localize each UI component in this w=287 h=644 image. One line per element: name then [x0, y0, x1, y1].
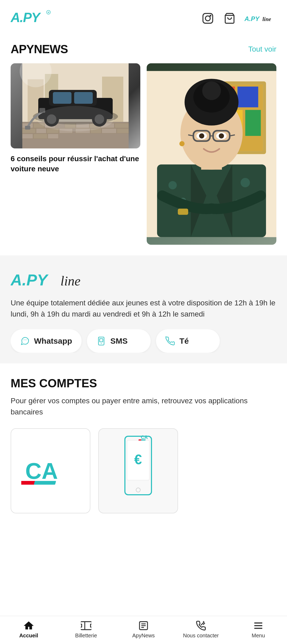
svg-rect-16 [47, 128, 59, 133]
svg-rect-25 [115, 123, 129, 128]
svg-point-42 [95, 114, 104, 124]
svg-rect-3 [203, 14, 213, 23]
svg-rect-37 [53, 92, 71, 104]
apyline-section: A.PY line Une équipe totalement dédiée a… [0, 255, 287, 363]
svg-rect-18 [22, 134, 33, 139]
svg-text:R: R [48, 11, 49, 14]
svg-point-74 [219, 133, 224, 139]
svg-rect-21 [65, 123, 75, 128]
comptes-description: Pour gérer vos comptes ou payer entre am… [11, 395, 276, 418]
svg-rect-12 [33, 123, 44, 128]
compte-card-ca-logo[interactable]: CA [11, 428, 90, 513]
svg-rect-84 [34, 481, 56, 485]
svg-rect-81 [100, 339, 103, 342]
svg-point-65 [202, 81, 221, 100]
svg-rect-44 [39, 108, 45, 113]
header-icons: A.PY line [201, 11, 276, 25]
tel-button[interactable]: Té [156, 329, 220, 353]
contact-buttons: Whatsapp SMS Té [11, 329, 276, 353]
svg-text:CA: CA [25, 458, 58, 484]
apynews-title: APYNEWS [11, 43, 68, 56]
svg-rect-22 [76, 123, 89, 128]
svg-point-40 [47, 114, 56, 124]
svg-point-72 [199, 133, 204, 139]
svg-point-41 [92, 112, 107, 127]
svg-text:A.PY: A.PY [11, 271, 49, 289]
header: A.PY R A.PY line [0, 0, 287, 35]
news-grid: 6 conseils pour réussir l'achat d'une vo… [11, 63, 276, 245]
apyline-description: Une équipe totalement dédiée aux jeunes … [11, 297, 276, 320]
svg-point-4 [205, 16, 210, 21]
comptes-title: MES COMPTES [11, 377, 276, 390]
svg-rect-90 [141, 439, 146, 441]
svg-rect-28 [102, 128, 116, 133]
svg-rect-76 [178, 209, 188, 215]
svg-rect-13 [45, 123, 55, 128]
apyline-brand: A.PY line [11, 269, 276, 290]
svg-rect-23 [90, 123, 100, 128]
svg-text:A.PY: A.PY [244, 15, 260, 22]
svg-rect-20 [48, 134, 58, 139]
sms-label: SMS [110, 336, 128, 346]
sms-button[interactable]: SMS [87, 329, 151, 353]
svg-rect-24 [101, 123, 114, 128]
svg-text:CA: CA [141, 435, 148, 440]
news-card-1[interactable]: 6 conseils pour réussir l'achat d'une vo… [11, 63, 140, 245]
svg-rect-27 [91, 128, 101, 133]
svg-rect-19 [33, 134, 47, 139]
compte-card-ca-app[interactable]: € CA [98, 428, 178, 513]
whatsapp-button[interactable]: Whatsapp [11, 329, 82, 353]
apy-logo[interactable]: A.PY R [11, 7, 53, 29]
tel-label: Té [179, 336, 189, 346]
apyline-header-logo[interactable]: A.PY line [244, 12, 276, 25]
basket-icon[interactable] [223, 11, 237, 25]
svg-text:A.PY: A.PY [11, 10, 41, 25]
apynews-header: APYNEWS Tout voir [11, 43, 276, 56]
svg-rect-43 [25, 126, 30, 130]
svg-rect-29 [117, 128, 129, 133]
apynews-section: APYNEWS Tout voir [0, 35, 287, 250]
news-card-2-image [147, 63, 276, 245]
svg-point-59 [240, 178, 250, 187]
svg-point-39 [44, 112, 59, 127]
svg-rect-17 [59, 128, 73, 133]
instagram-icon[interactable] [201, 11, 215, 25]
mes-comptes-section: MES COMPTES Pour gérer vos comptes ou pa… [0, 363, 287, 524]
svg-text:line: line [263, 16, 271, 22]
news-card-1-title: 6 conseils pour réussir l'achat d'une vo… [11, 154, 140, 174]
news-card-2[interactable]: Interview du duo M [147, 63, 276, 245]
tout-voir-link[interactable]: Tout voir [248, 45, 276, 53]
svg-rect-15 [36, 128, 46, 133]
svg-rect-26 [75, 128, 90, 133]
svg-point-57 [168, 181, 177, 189]
svg-rect-38 [74, 92, 93, 104]
news-card-1-image [11, 63, 140, 148]
svg-text:line: line [60, 273, 80, 288]
svg-point-34 [33, 109, 118, 124]
whatsapp-label: Whatsapp [34, 336, 72, 346]
svg-text:€: € [134, 452, 142, 467]
svg-point-75 [179, 141, 185, 146]
svg-rect-53 [245, 110, 261, 136]
svg-point-5 [210, 15, 211, 16]
comptes-grid: CA € CA [11, 428, 276, 513]
svg-rect-51 [238, 86, 258, 107]
